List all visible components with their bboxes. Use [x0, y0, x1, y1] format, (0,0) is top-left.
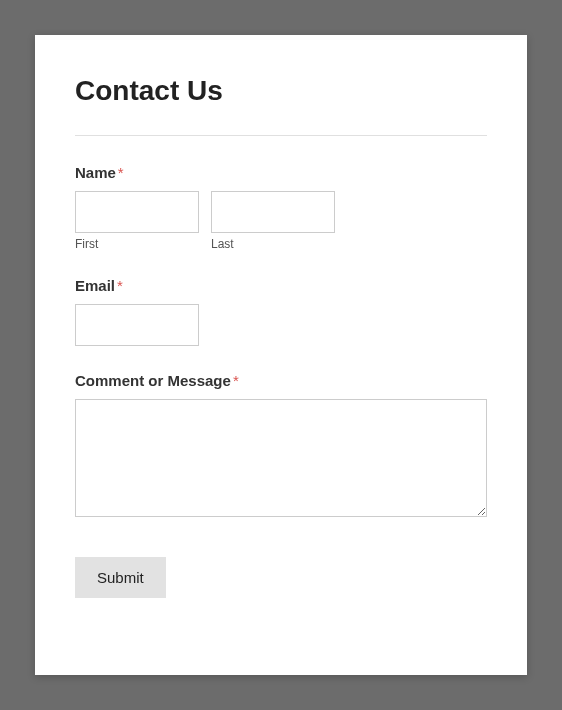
required-marker: * [233, 372, 239, 389]
email-label-text: Email [75, 277, 115, 294]
name-label-text: Name [75, 164, 116, 181]
contact-form-card: Contact Us Name* First Last Email* Comme… [35, 35, 527, 675]
message-field: Comment or Message* [75, 372, 487, 521]
submit-button[interactable]: Submit [75, 557, 166, 598]
required-marker: * [118, 164, 124, 181]
message-label-text: Comment or Message [75, 372, 231, 389]
first-name-col: First [75, 191, 199, 251]
name-row: First Last [75, 191, 487, 251]
email-field: Email* [75, 277, 487, 346]
last-name-col: Last [211, 191, 335, 251]
name-field: Name* First Last [75, 164, 487, 251]
name-label: Name* [75, 164, 487, 181]
last-name-sublabel: Last [211, 237, 335, 251]
email-label: Email* [75, 277, 487, 294]
required-marker: * [117, 277, 123, 294]
page-title: Contact Us [75, 75, 487, 107]
message-textarea[interactable] [75, 399, 487, 517]
email-input[interactable] [75, 304, 199, 346]
divider [75, 135, 487, 136]
first-name-sublabel: First [75, 237, 199, 251]
message-label: Comment or Message* [75, 372, 487, 389]
first-name-input[interactable] [75, 191, 199, 233]
last-name-input[interactable] [211, 191, 335, 233]
